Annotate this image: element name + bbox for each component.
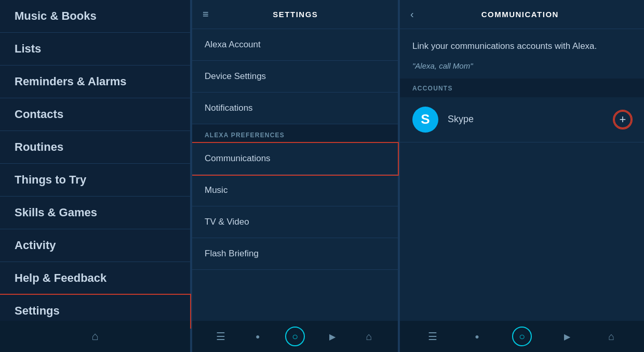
settings-tv-video[interactable]: TV & Video <box>192 206 398 238</box>
alexa-ring-icon[interactable]: ○ <box>285 327 305 346</box>
right-header: ‹ COMMUNICATION <box>400 0 644 29</box>
skype-account-name: Skype <box>448 114 614 125</box>
settings-music[interactable]: Music <box>192 175 398 206</box>
settings-device-settings[interactable]: Device Settings <box>192 61 398 93</box>
add-skype-button[interactable]: + <box>614 111 632 128</box>
menu-icon[interactable]: ≡ <box>203 8 209 20</box>
sidebar-item-lists[interactable]: Lists <box>0 33 190 66</box>
play-icon[interactable]: ▶ <box>323 327 342 346</box>
communication-quote: "Alexa, call Mom" <box>400 57 644 79</box>
sidebar-item-skills-games[interactable]: Skills & Games <box>0 197 190 229</box>
skype-account-row[interactable]: S Skype + <box>400 97 644 142</box>
right-header-title: COMMUNICATION <box>419 10 621 19</box>
settings-communications[interactable]: Communications <box>192 143 398 175</box>
sidebar-item-reminders-alarms[interactable]: Reminders & Alarms <box>0 66 190 98</box>
sidebar-item-music-books[interactable]: Music & Books <box>0 0 190 33</box>
list-icon-right[interactable]: ☰ <box>423 327 442 346</box>
middle-header: ≡ SETTINGS <box>192 0 398 29</box>
settings-flash-briefing[interactable]: Flash Briefing <box>192 238 398 270</box>
pref-items-group: Communications Music TV & Video Flash Br… <box>192 143 398 270</box>
play-icon-right[interactable]: ▶ <box>558 327 576 346</box>
dot-icon-right[interactable]: ● <box>467 327 486 346</box>
dot-icon[interactable]: ● <box>248 327 267 346</box>
middle-bottom-nav: ☰ ● ○ ▶ ⌂ <box>192 321 398 352</box>
right-communication-panel: ‹ COMMUNICATION Link your communications… <box>400 0 644 352</box>
left-nav-panel: Music & BooksListsReminders & AlarmsCont… <box>0 0 192 352</box>
home-icon[interactable]: ⌂ <box>360 327 379 346</box>
back-icon[interactable]: ‹ <box>410 8 414 20</box>
alexa-preferences-label: ALEXA PREFERENCES <box>192 124 398 143</box>
home-icon-right[interactable]: ⌂ <box>602 327 621 346</box>
accounts-label: ACCOUNTS <box>400 79 644 97</box>
alexa-ring-icon-right[interactable]: ○ <box>512 327 532 346</box>
sidebar-item-routines[interactable]: Routines <box>0 131 190 164</box>
right-bottom-nav: ☰ ● ○ ▶ ⌂ <box>400 321 644 352</box>
left-bottom-nav: ⌂ <box>0 321 190 352</box>
list-icon[interactable]: ☰ <box>211 327 230 346</box>
communication-description: Link your communications accounts with A… <box>400 29 644 57</box>
sidebar-item-contacts[interactable]: Contacts <box>0 98 190 131</box>
home-icon: ⌂ <box>91 330 98 343</box>
middle-settings-panel: ≡ SETTINGS Alexa Account Device Settings… <box>192 0 400 352</box>
sidebar-item-activity[interactable]: Activity <box>0 229 190 262</box>
skype-icon: S <box>412 107 438 133</box>
settings-notifications[interactable]: Notifications <box>192 93 398 124</box>
nav-list: Music & BooksListsReminders & AlarmsCont… <box>0 0 190 328</box>
settings-items-group: Alexa Account Device Settings Notificati… <box>192 29 398 124</box>
middle-header-title: SETTINGS <box>216 10 375 19</box>
sidebar-item-things-to-try[interactable]: Things to Try <box>0 164 190 197</box>
sidebar-item-help-feedback[interactable]: Help & Feedback <box>0 262 190 295</box>
settings-alexa-account[interactable]: Alexa Account <box>192 29 398 61</box>
